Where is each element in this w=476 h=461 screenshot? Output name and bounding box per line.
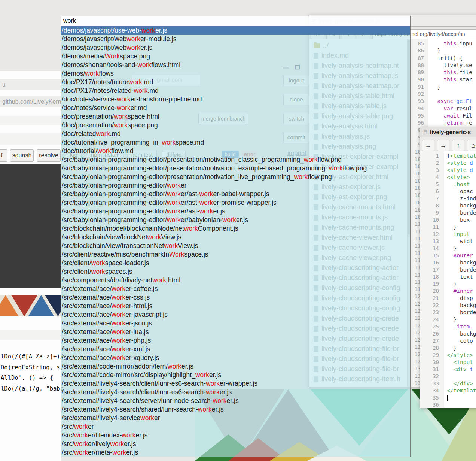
search-input[interactable]: work (61, 16, 410, 26)
search-result-row[interactable]: /src/worker/fileindex-worker.js (61, 431, 410, 440)
line-number: 25 (420, 323, 439, 330)
line-number: 5 (420, 181, 439, 188)
code-line: backg (447, 259, 476, 266)
line-number: 6 (420, 188, 439, 195)
left-code-fragment: lDo(/(#[A-Za-z]+)/Do(regExString, s,AllD… (1, 351, 61, 396)
line-number: 95 (411, 112, 424, 119)
search-result-row[interactable]: /src/babylonian-programming-editor/worke… (61, 198, 410, 207)
resolve-button[interactable]: resolve (37, 149, 61, 162)
search-result-row[interactable]: /src/external/ace/worker-lua.js (61, 328, 410, 336)
dark-panel (0, 164, 61, 288)
search-result-row[interactable]: /src/external/ace/worker-json.js (61, 319, 410, 328)
search-result-row[interactable]: /src/babylonian-programming-editor/prese… (61, 164, 410, 173)
line-number: 35 (420, 394, 439, 401)
squash-button[interactable]: squash (10, 149, 34, 162)
menu-icon[interactable]: ≡ (423, 128, 427, 136)
line-number: 92 (411, 91, 424, 98)
code-line: } (447, 245, 476, 252)
search-result-row[interactable]: /src/external/ace/worker-xquery.js (61, 354, 410, 362)
up-button[interactable]: ↑ (452, 140, 464, 151)
code-line: opac (447, 188, 476, 195)
line-number: 31 (420, 366, 439, 373)
search-result-row[interactable]: /src/babylonian-programming-editor/worke… (61, 190, 410, 198)
search-result-row[interactable]: /doc/relatedwork.md (61, 130, 410, 138)
search-result-row[interactable]: /src/client/workspaces.js (61, 267, 410, 276)
left-input-github[interactable]: github.com/LivelyKern (0, 96, 63, 107)
code-line: init() { (431, 55, 476, 62)
search-result-row[interactable]: /src/external/ace/worker-javascript.js (61, 310, 410, 319)
search-result-row[interactable]: /src/babylonian-programming-editor/prese… (61, 173, 410, 181)
search-result-row[interactable]: /doc/PX17/notes/related-work.md (61, 87, 410, 95)
line-number: 32 (420, 373, 439, 380)
search-result-row[interactable]: /demos/javascript/webworker-module.js (61, 35, 410, 43)
code-window-editor[interactable]: 1234567891011121314151617181920212223242… (420, 151, 476, 408)
code-line: <style d (447, 167, 476, 174)
left-window: u github.com/LivelyKern f squash resolve… (0, 71, 61, 461)
search-result-row[interactable]: /src/external/lively4-search/shared/lunr… (61, 405, 410, 414)
search-result-row[interactable]: /src/external/ace/worker-css.js (61, 293, 410, 302)
search-result-row[interactable]: /src/external/code-mirror/addon/tern/wor… (61, 362, 410, 371)
search-result-row[interactable]: /src/external/ace/worker-html.js (61, 302, 410, 310)
code-line: <style> (447, 174, 476, 181)
search-result-row[interactable]: /src/external/code-mirror/src/display/hi… (61, 371, 410, 379)
line-number: 87 (411, 55, 424, 62)
search-result-row[interactable]: /src/worker/meta-worker.js (61, 448, 410, 457)
search-result-row[interactable]: /doc/notes/service-worker-transform-pipe… (61, 95, 410, 104)
line-number: 1 (420, 152, 439, 160)
search-result-row[interactable]: /doc/presentation/workspace.png (61, 121, 410, 130)
search-result-row[interactable]: /src/blockchain/view/transactionNetworkV… (61, 242, 410, 250)
code-line (431, 91, 476, 98)
search-result-row[interactable]: /demos/workflows (61, 69, 410, 78)
search-result-row[interactable]: /src/worker/livelyworker.js (61, 440, 410, 448)
search-result-row[interactable]: /demos/media/Workspace.png (61, 52, 410, 61)
search-result-row[interactable]: /src/client/workspace-loader.js (61, 259, 410, 267)
window-title: lively-generic-s (430, 129, 471, 135)
search-result-row[interactable]: /src/babylonian-programming-editor/worke… (61, 181, 410, 190)
search-result-row[interactable]: /src/client/reactive/misc/benchmarkInWor… (61, 250, 410, 259)
search-result-row[interactable]: /src/external/lively4-search/client/lunr… (61, 379, 410, 388)
code-line: text (447, 273, 476, 280)
code-line: #inner (447, 288, 476, 295)
code-line: } (447, 345, 476, 352)
back-button[interactable]: ← (422, 140, 434, 151)
search-result-row[interactable]: /demos/javascript/webworker.js (61, 43, 410, 52)
search-result-row[interactable]: /src/babylonian-programming-editor/prese… (61, 155, 410, 164)
search-result-row[interactable]: /src/external/ace/worker-php.js (61, 336, 410, 345)
search-result-row[interactable]: /src/external/lively4-search/server/lunr… (61, 397, 410, 405)
search-result-row[interactable]: /src/external/ace/worker-xml.js (61, 345, 410, 354)
code-line: <input (447, 359, 476, 366)
line-number: 17 (420, 266, 439, 273)
search-result-row[interactable]: /src/blockchain/view/blockNetworkView.js (61, 233, 410, 242)
clipped-button[interactable]: f (0, 149, 7, 162)
code-window-titlebar[interactable]: ≡ lively-generic-s (420, 127, 476, 137)
search-result-row[interactable]: /src/external/lively4-search/client/lunr… (61, 388, 410, 397)
code-line: this.file (431, 69, 476, 76)
search-result-row[interactable]: /src/babylonian-programming-editor/worke… (61, 216, 410, 224)
search-result-row[interactable]: /doc/presentation/workspace.html (61, 112, 410, 121)
line-number: 26 (420, 330, 439, 337)
search-result-row[interactable]: /src/external/ace/worker-coffee.js (61, 285, 410, 293)
code-line (447, 394, 476, 401)
forward-button[interactable]: → (437, 140, 449, 151)
code-line: backg (447, 202, 476, 209)
search-result-row[interactable]: /src/external/lively4-serviceworker (61, 414, 410, 422)
line-number: 18 (420, 273, 439, 280)
home-button[interactable]: ⌂ (467, 140, 476, 151)
search-result-row[interactable]: /src/blockchain/model/blockchainNode/net… (61, 224, 410, 233)
code-line: </templat (447, 387, 476, 394)
line-number: 23 (420, 309, 439, 316)
line-number: 7 (420, 195, 439, 202)
search-result-row[interactable]: /doc/notes/service-worker.md (61, 104, 410, 112)
search-result-row[interactable]: /demos/shonan/tools-and-workflows.html (61, 61, 410, 69)
search-result-row[interactable]: /src/components/draft/lively-network.htm… (61, 276, 410, 285)
search-result-row[interactable]: /demos/javascript/use-web-worker.js (61, 26, 410, 35)
search-result-row[interactable]: /src/babylonian-programming-editor/worke… (61, 207, 410, 216)
search-result-row[interactable]: /src/worker (61, 422, 410, 431)
code-line: lively.se (431, 62, 476, 69)
left-input-u[interactable]: u (0, 79, 63, 90)
code-line: this.inpu (431, 40, 476, 47)
search-result-row[interactable]: /doc/tutorial/live_programming_in_worksp… (61, 138, 410, 147)
search-result-row[interactable]: /doc/PX17/notes/futurework.md (61, 78, 410, 87)
line-number: 8 (420, 202, 439, 209)
search-result-row[interactable]: /doc/tutorial/workflow.md (61, 147, 410, 155)
